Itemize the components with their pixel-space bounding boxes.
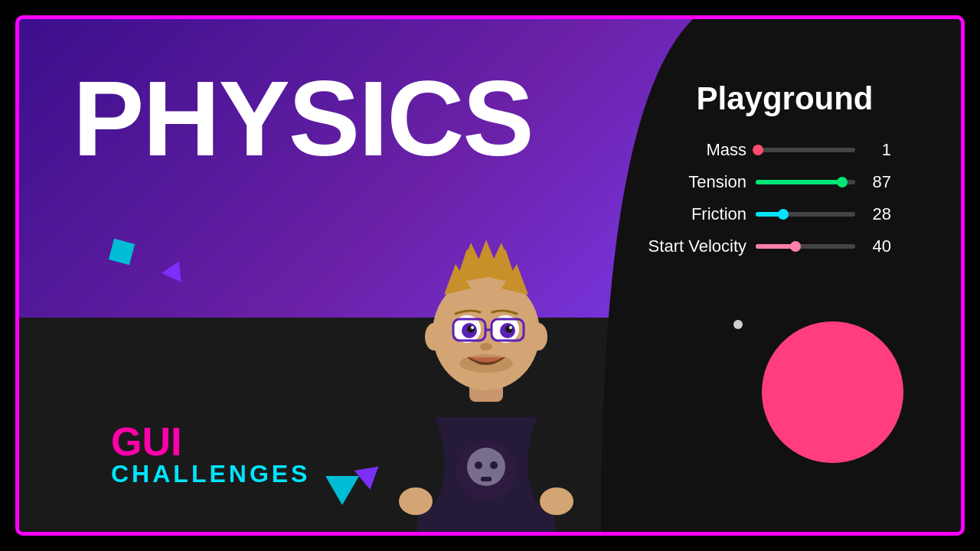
slider-track-tension[interactable] bbox=[756, 180, 855, 184]
slider-track-friction[interactable] bbox=[756, 212, 855, 217]
slider-label-start-velocity: Start Velocity bbox=[632, 236, 746, 256]
svg-point-50 bbox=[480, 343, 492, 350]
svg-point-63 bbox=[540, 487, 573, 515]
slider-label-friction: Friction bbox=[632, 204, 746, 224]
slider-thumb-friction[interactable] bbox=[778, 209, 789, 220]
slider-value-friction: 28 bbox=[864, 204, 891, 224]
slider-value-mass: 1 bbox=[864, 140, 891, 160]
physics-ball bbox=[762, 321, 903, 463]
main-frame: PHYSICS GUI CHALLENGES Playground Mass 1… bbox=[15, 15, 965, 536]
slider-label-mass: Mass bbox=[632, 140, 746, 160]
cursor bbox=[733, 320, 743, 329]
svg-point-51 bbox=[459, 354, 513, 373]
gui-challenges-label: GUI CHALLENGES bbox=[111, 422, 310, 486]
svg-point-62 bbox=[399, 487, 433, 515]
svg-point-48 bbox=[471, 326, 474, 329]
slider-row-friction: Friction 28 bbox=[632, 204, 938, 224]
slider-fill-tension bbox=[756, 180, 842, 184]
slider-row-tension: Tension 87 bbox=[632, 172, 938, 192]
slider-row-mass: Mass 1 bbox=[632, 140, 938, 160]
slider-thumb-tension[interactable] bbox=[837, 177, 848, 187]
physics-title: PHYSICS bbox=[73, 65, 533, 172]
cyan-triangle-bottom-shape bbox=[325, 476, 359, 505]
playground-panel: Playground Mass 1 Tension 87 Friction bbox=[632, 80, 938, 269]
svg-point-47 bbox=[505, 325, 513, 333]
svg-point-40 bbox=[425, 323, 443, 350]
svg-point-41 bbox=[529, 323, 547, 350]
challenges-text: CHALLENGES bbox=[111, 461, 310, 486]
slider-thumb-start-velocity[interactable] bbox=[790, 241, 801, 252]
playground-title: Playground bbox=[632, 80, 938, 117]
slider-track-start-velocity[interactable] bbox=[756, 244, 855, 249]
svg-point-49 bbox=[509, 326, 512, 329]
slider-value-start-velocity: 40 bbox=[864, 236, 891, 256]
purple-triangle-bottom-shape bbox=[354, 466, 382, 491]
slider-row-start-velocity: Start Velocity 40 bbox=[632, 236, 938, 256]
gui-text: GUI bbox=[111, 422, 310, 461]
character-illustration bbox=[379, 149, 593, 532]
svg-point-46 bbox=[467, 325, 475, 333]
slider-track-mass[interactable] bbox=[756, 148, 855, 152]
slider-thumb-mass[interactable] bbox=[753, 145, 763, 155]
slider-label-tension: Tension bbox=[632, 172, 746, 192]
slider-value-tension: 87 bbox=[864, 172, 891, 192]
